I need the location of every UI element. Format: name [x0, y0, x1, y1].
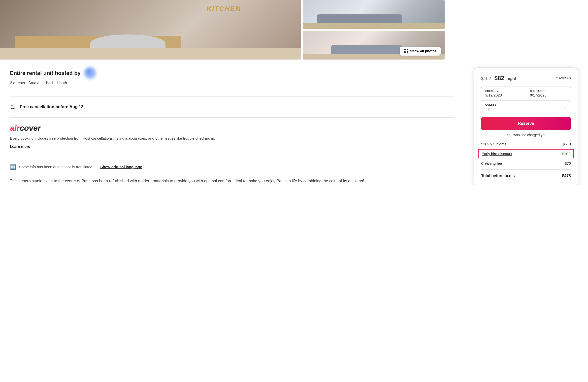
reserve-button[interactable]: Reserve [481, 117, 571, 130]
checkin-field[interactable]: CHECK-IN 9/12/2023 [481, 87, 526, 100]
guests-field[interactable]: GUESTS 2 guests ⌄ [481, 100, 571, 114]
checkout-field[interactable]: CHECKOUT 9/17/2023 [526, 87, 571, 100]
price-original: $102 [481, 76, 491, 81]
total-value: $478 [562, 174, 571, 178]
guests-label: GUESTS [485, 103, 499, 106]
breakdown-divider [481, 169, 571, 170]
total-row: Total before taxes $478 [481, 174, 571, 178]
breakdown-cleaning-label[interactable]: Cleaning fee [481, 161, 502, 165]
grid-icon [404, 49, 408, 53]
listing-host-info: Entire rental unit hosted by 2 guests · … [10, 67, 96, 91]
listing-description: This superb studio close to the centre o… [10, 178, 454, 184]
price-row: $102 $82 night 2 reviews [481, 75, 571, 82]
show-all-photos-label: Show all photos [410, 49, 436, 53]
listing-header: Entire rental unit hosted by 2 guests · … [10, 67, 454, 91]
learn-more-link[interactable]: Learn more [10, 144, 30, 149]
price-night: night [506, 76, 516, 81]
listing-title-text: Entire rental unit hosted by [10, 70, 81, 76]
breakdown-early-bird-label[interactable]: Early bird discount [482, 152, 512, 156]
kitchen-text: KITCHEN [206, 5, 241, 13]
cancel-icon: 🗂 [10, 103, 16, 110]
divider-2 [10, 117, 454, 118]
main-layout: Entire rental unit hosted by 2 guests · … [0, 60, 588, 185]
breakdown-row-cleaning: Cleaning fee $70 [481, 161, 571, 165]
breakdown-cleaning-value: $70 [565, 161, 571, 165]
price-breakdown: $102 x 5 nights $510 Early bird discount… [481, 142, 571, 178]
total-label: Total before taxes [481, 174, 515, 178]
price-info: $102 $82 night [481, 75, 516, 82]
photo-right-column: Show all photos [303, 0, 444, 60]
checkout-date: 9/17/2023 [530, 93, 567, 97]
listing-title: Entire rental unit hosted by [10, 67, 96, 79]
no-charge-text: You won't be charged yet [481, 133, 571, 137]
show-original-language-link[interactable]: Show original language [100, 165, 142, 169]
checkin-label: CHECK-IN [485, 90, 522, 93]
cancellation-row: 🗂 Free cancellation before Aug 13. [10, 101, 454, 112]
date-grid: CHECK-IN 9/12/2023 CHECKOUT 9/17/2023 GU… [481, 87, 571, 114]
photo-cell-top[interactable] [303, 0, 444, 29]
cancellation-text: Free cancellation before Aug 13. [20, 104, 85, 109]
breakdown-nights-value: $510 [563, 142, 571, 146]
photo-cell-bottom[interactable]: Show all photos [303, 31, 444, 60]
aircover-section: aircover Every booking includes free pro… [10, 124, 454, 149]
translation-notice: Some info has been automatically transla… [19, 165, 93, 169]
checkout-label: CHECKOUT [530, 90, 567, 93]
reviews-link[interactable]: 2 reviews [556, 76, 571, 80]
breakdown-row-nights: $102 x 5 nights $510 [481, 142, 571, 146]
host-avatar [84, 67, 96, 79]
divider-1 [10, 96, 454, 96]
divider-3 [10, 155, 454, 155]
breakdown-nights-label[interactable]: $102 x 5 nights [481, 142, 506, 146]
price-current: $82 [494, 75, 504, 81]
guests-inner: GUESTS 2 guests [485, 103, 499, 111]
date-row: CHECK-IN 9/12/2023 CHECKOUT 9/17/2023 [481, 87, 571, 100]
breakdown-row-early-bird: Early bird discount -$102 [478, 149, 574, 158]
listing-subtitle: 2 guests · Studio · 1 bed · 1 bath [10, 81, 96, 85]
listing-left: Entire rental unit hosted by 2 guests · … [10, 67, 454, 185]
aircover-air: air [10, 124, 20, 132]
translation-row: 🔤 Some info has been automatically trans… [10, 160, 454, 174]
translate-icon: 🔤 [10, 164, 16, 170]
aircover-logo: aircover [10, 124, 454, 133]
checkin-date: 9/12/2023 [485, 93, 522, 97]
photo-grid: KITCHEN [0, 0, 588, 60]
show-all-photos-button[interactable]: Show all photos [400, 47, 440, 56]
aircover-description: Every booking includes free protection f… [10, 136, 454, 141]
booking-card: $102 $82 night 2 reviews CHECK-IN 9/12/2… [474, 67, 578, 185]
breakdown-early-bird-value: -$102 [561, 152, 570, 156]
photo-main[interactable]: KITCHEN [0, 0, 301, 60]
chevron-down-icon: ⌄ [564, 105, 567, 109]
aircover-cover: cover [20, 124, 41, 132]
guests-value: 2 guests [485, 107, 499, 111]
